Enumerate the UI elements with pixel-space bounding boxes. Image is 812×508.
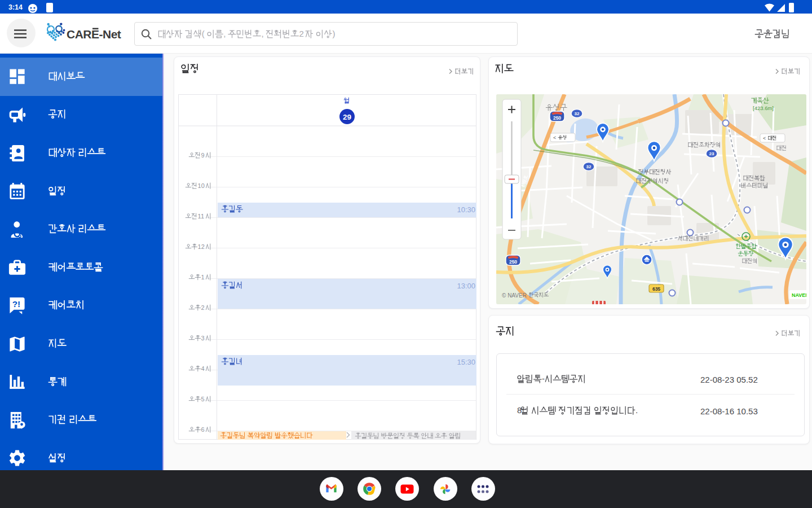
svg-text:.: . <box>636 405 638 415</box>
svg-text:5: 5 <box>201 396 204 402</box>
svg-text:15:30: 15:30 <box>457 358 475 366</box>
svg-text:4: 4 <box>201 365 204 372</box>
svg-text:11: 11 <box>197 213 204 220</box>
svg-text:(: ( <box>202 29 205 38</box>
svg-text:13:00: 13:00 <box>457 282 475 290</box>
svg-text:,: , <box>223 29 226 38</box>
svg-text:2: 2 <box>201 304 204 311</box>
svg-text:9: 9 <box>201 152 204 159</box>
svg-text:23: 23 <box>709 151 714 156</box>
svg-text:3: 3 <box>201 335 204 341</box>
svg-text:22-08-16 10.53: 22-08-16 10.53 <box>700 406 758 416</box>
svg-text:10: 10 <box>197 182 204 189</box>
svg-text:,: , <box>261 29 263 38</box>
svg-text:32: 32 <box>586 164 592 169</box>
svg-text:2: 2 <box>299 29 304 38</box>
svg-text:NAVER: NAVER <box>792 292 806 298</box>
svg-text:?!: ?! <box>12 299 20 309</box>
svg-text:-: - <box>542 374 545 383</box>
svg-text:1: 1 <box>201 274 204 281</box>
svg-text:3:14: 3:14 <box>8 3 23 11</box>
svg-text:10:30: 10:30 <box>457 205 475 214</box>
svg-text:250: 250 <box>509 259 517 265</box>
svg-text:250: 250 <box>553 115 561 121</box>
svg-text:8: 8 <box>517 405 522 415</box>
svg-text:32: 32 <box>575 111 580 116</box>
svg-text:<: < <box>763 135 766 141</box>
svg-text:29: 29 <box>343 112 351 121</box>
svg-text:): ) <box>333 29 336 38</box>
svg-text:635: 635 <box>652 286 660 292</box>
svg-text:22-08-23 05.52: 22-08-23 05.52 <box>700 375 758 384</box>
svg-text:[423.6m]: [423.6m] <box>753 105 774 111</box>
svg-text:<: < <box>553 135 556 141</box>
svg-text:12: 12 <box>197 243 204 250</box>
svg-text:CARE-Net: CARE-Net <box>67 28 121 41</box>
svg-text:6: 6 <box>201 426 204 433</box>
svg-text:© NAVER: © NAVER <box>502 292 527 299</box>
